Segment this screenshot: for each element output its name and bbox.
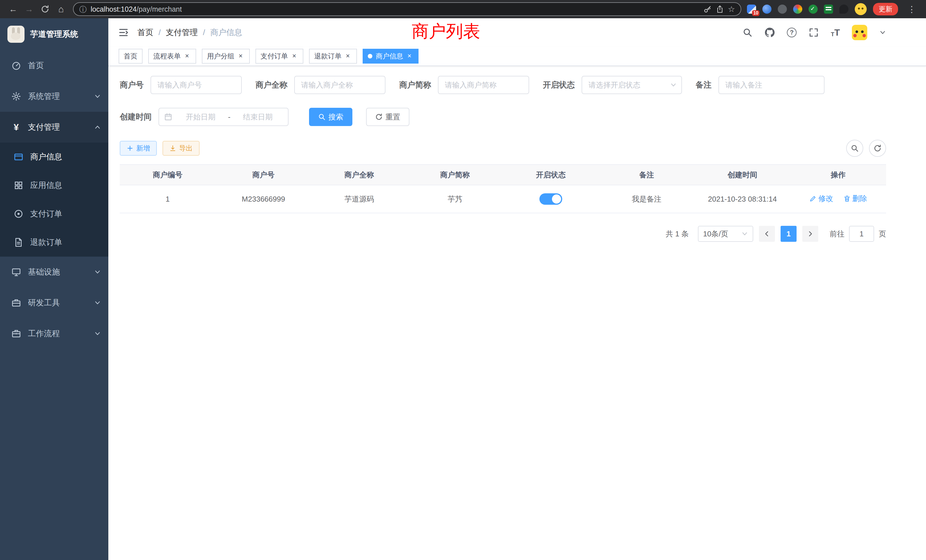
browser-reload-icon[interactable] xyxy=(38,2,53,17)
plus-icon xyxy=(127,145,133,152)
pagination-total: 共 1 条 xyxy=(666,229,689,239)
help-icon[interactable] xyxy=(787,28,797,37)
filter-create-time: 创建时间 开始日期 - 结束日期 xyxy=(120,108,289,126)
browser-profile-avatar[interactable] xyxy=(855,3,867,15)
browser-menu-kebab-icon[interactable] xyxy=(904,2,919,17)
reset-button[interactable]: 重置 xyxy=(366,108,409,126)
close-icon[interactable] xyxy=(183,52,191,60)
search-icon[interactable] xyxy=(742,27,753,38)
bookmark-star-icon[interactable] xyxy=(728,5,735,14)
sidebar-item-merchant-info[interactable]: 商户信息 xyxy=(0,142,108,171)
extension-icon[interactable] xyxy=(824,5,833,14)
github-icon[interactable] xyxy=(765,27,775,38)
status-select[interactable] xyxy=(582,76,682,94)
extension-icon[interactable]: 10 xyxy=(747,5,756,14)
tab-home[interactable]: 首页 xyxy=(119,49,142,64)
refresh-icon xyxy=(873,144,882,152)
search-icon xyxy=(851,144,859,152)
sidebar-item-payment[interactable]: 支付管理 xyxy=(0,112,108,142)
close-icon[interactable] xyxy=(237,52,245,60)
merchant-card-icon xyxy=(14,152,23,162)
extension-icon[interactable] xyxy=(778,5,787,14)
tabs-bar: 首页 流程表单 用户分组 支付订单 退款订单 xyxy=(108,47,926,66)
browser-home-icon[interactable] xyxy=(54,2,68,17)
toggle-search-button[interactable] xyxy=(846,140,863,157)
delete-label: 删除 xyxy=(852,194,867,204)
refresh-table-button[interactable] xyxy=(869,140,886,157)
sidebar-item-label: 退款订单 xyxy=(30,237,62,248)
status-select-input[interactable] xyxy=(582,76,682,94)
sidebar-item-system[interactable]: 系统管理 xyxy=(0,81,108,112)
field-label: 备注 xyxy=(696,80,712,90)
search-button[interactable]: 搜索 xyxy=(309,108,353,126)
browser-forward-icon[interactable] xyxy=(22,2,36,17)
close-icon[interactable] xyxy=(290,52,298,60)
sidebar-item-label: 支付管理 xyxy=(28,122,60,133)
browser-back-icon[interactable] xyxy=(6,2,21,17)
password-key-icon[interactable] xyxy=(704,5,712,14)
download-icon xyxy=(169,145,176,152)
tab-user-group[interactable]: 用户分组 xyxy=(202,49,250,64)
sidebar-item-refund-orders[interactable]: 退款订单 xyxy=(0,228,108,257)
extension-icon[interactable] xyxy=(793,5,802,14)
browser-extensions-area: 10 更新 xyxy=(747,2,920,17)
tab-refund-orders[interactable]: 退款订单 xyxy=(309,49,357,64)
tab-label: 支付订单 xyxy=(260,51,288,61)
pin-extension-icon[interactable] xyxy=(839,5,849,14)
extension-icon[interactable] xyxy=(763,5,772,14)
extension-icon[interactable] xyxy=(808,5,818,14)
edit-link[interactable]: 修改 xyxy=(809,194,833,204)
active-tab-dot xyxy=(368,54,372,59)
field-label: 商户全称 xyxy=(256,80,287,90)
merchant-no-input[interactable] xyxy=(151,76,242,94)
site-info-icon[interactable] xyxy=(79,4,87,15)
next-page-button[interactable] xyxy=(802,226,818,242)
page-size-select[interactable]: 10条/页 xyxy=(698,226,753,242)
col-header-status: 开启状态 xyxy=(503,165,599,185)
prev-page-button[interactable] xyxy=(759,226,775,242)
tab-merchant-info[interactable]: 商户信息 xyxy=(363,49,419,64)
sidebar-item-app-info[interactable]: 应用信息 xyxy=(0,171,108,200)
full-name-input[interactable] xyxy=(294,76,386,94)
status-toggle[interactable] xyxy=(539,193,562,205)
share-icon[interactable] xyxy=(716,5,724,13)
sidebar-item-workflow[interactable]: 工作流程 xyxy=(0,318,108,349)
hamburger-icon[interactable] xyxy=(108,27,138,38)
short-name-input[interactable] xyxy=(438,76,529,94)
sidebar-item-payment-orders[interactable]: 支付订单 xyxy=(0,200,108,228)
address-bar[interactable]: localhost:1024/pay/merchant xyxy=(73,2,741,16)
app: 芋道管理系统 首页 系统管理 支付管理 商户信息 xyxy=(0,18,926,560)
close-icon[interactable] xyxy=(344,52,352,60)
export-button[interactable]: 导出 xyxy=(162,141,200,156)
tab-payment-orders[interactable]: 支付订单 xyxy=(256,49,303,64)
goto-page-input[interactable] xyxy=(849,226,874,242)
date-separator: - xyxy=(226,113,233,121)
page-number-button[interactable]: 1 xyxy=(781,226,797,242)
user-avatar[interactable] xyxy=(852,25,867,40)
coin-icon xyxy=(14,209,23,219)
add-button[interactable]: 新增 xyxy=(120,141,157,156)
url-path: /pay/merchant xyxy=(136,5,182,13)
sidebar-item-dev-tools[interactable]: 研发工具 xyxy=(0,288,108,318)
font-size-icon[interactable] xyxy=(831,28,840,37)
breadcrumb-home[interactable]: 首页 xyxy=(138,27,153,38)
sidebar-item-label: 首页 xyxy=(28,60,44,71)
close-icon[interactable] xyxy=(406,52,413,60)
app-title: 芋道管理系统 xyxy=(30,29,78,39)
navbar-actions xyxy=(742,25,886,40)
remark-input[interactable] xyxy=(719,76,825,94)
app-logo[interactable]: 芋道管理系统 xyxy=(0,18,108,50)
chevron-down-icon xyxy=(741,230,748,237)
sidebar-item-infrastructure[interactable]: 基础设施 xyxy=(0,257,108,288)
field-label: 商户简称 xyxy=(399,80,431,90)
search-icon xyxy=(318,113,325,121)
browser-update-button[interactable]: 更新 xyxy=(873,3,898,15)
delete-link[interactable]: 删除 xyxy=(843,194,867,204)
chevron-down-icon[interactable] xyxy=(879,29,886,36)
sidebar-item-home[interactable]: 首页 xyxy=(0,50,108,81)
chevron-down-icon xyxy=(94,330,101,337)
tab-process-form[interactable]: 流程表单 xyxy=(148,49,196,64)
fullscreen-icon[interactable] xyxy=(808,27,819,38)
breadcrumb-payment[interactable]: 支付管理 xyxy=(153,27,198,38)
date-range-picker[interactable]: 开始日期 - 结束日期 xyxy=(159,108,289,126)
